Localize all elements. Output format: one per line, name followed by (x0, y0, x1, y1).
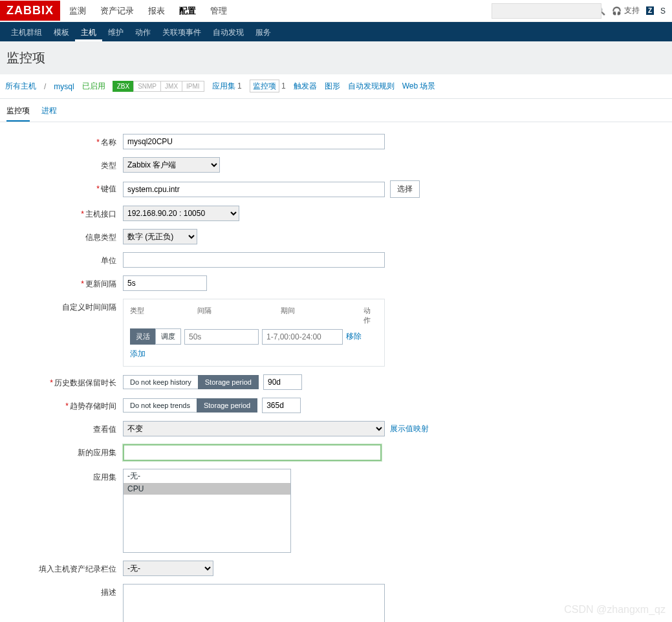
interval-add[interactable]: 添加 (130, 349, 146, 358)
int-h-action: 动作 (363, 306, 378, 325)
name-input[interactable] (123, 134, 385, 149)
availability-badges: ZBX SNMP JMX IPMI (113, 81, 204, 92)
units-input[interactable] (123, 252, 385, 268)
app-option-none[interactable]: -无- (124, 469, 290, 483)
page-title: 监控项 (0, 41, 672, 74)
interval-remove[interactable]: 移除 (346, 331, 362, 342)
inventory-select[interactable]: -无- (123, 561, 213, 576)
applications-listbox[interactable]: -无- CPU (123, 469, 291, 553)
label-show-value: 查看值 (93, 425, 116, 434)
menu-admin[interactable]: 管理 (209, 0, 228, 23)
items-count: 1 (281, 81, 286, 91)
nav-hosts[interactable]: 主机 (75, 22, 102, 41)
watermark: CSDN @zhangxm_qz (564, 604, 666, 616)
z-icon[interactable]: Z (646, 6, 654, 15)
label-history: 历史数据保留时长 (54, 378, 116, 387)
show-value-map-link[interactable]: 展示值映射 (390, 424, 429, 434)
apps-count: 1 (237, 81, 242, 91)
menu-monitor[interactable]: 监测 (68, 0, 87, 23)
int-h-period: 期间 (281, 306, 364, 325)
nav-hostgroups[interactable]: 主机群组 (5, 22, 48, 41)
tab-preprocessing[interactable]: 进程 (41, 102, 57, 122)
interval-delay-input[interactable] (184, 329, 259, 345)
app-option-cpu[interactable]: CPU (124, 483, 290, 495)
label-custom-interval: 自定义时间间隔 (62, 303, 116, 312)
history-value-input[interactable] (263, 374, 302, 390)
status-enabled: 已启用 (82, 81, 105, 92)
new-application-input[interactable] (123, 444, 382, 461)
nav-services[interactable]: 服务 (250, 22, 277, 41)
label-inventory: 填入主机资产纪录栏位 (39, 564, 116, 574)
link-items[interactable]: 监控项 (250, 80, 279, 92)
link-triggers[interactable]: 触发器 (294, 81, 317, 92)
link-discovery[interactable]: 自动发现规则 (348, 81, 395, 92)
update-interval-input[interactable] (123, 275, 207, 291)
trends-storage-period[interactable]: Storage period (197, 398, 257, 413)
label-name: 名称 (101, 138, 116, 147)
support-link[interactable]: 🎧 支持 (612, 5, 640, 16)
label-description: 描述 (101, 588, 116, 597)
link-applications[interactable]: 应用集 (212, 81, 235, 91)
link-graphs[interactable]: 图形 (325, 81, 340, 92)
menu-reports[interactable]: 报表 (147, 0, 166, 23)
logo: ZABBIX (0, 1, 60, 21)
label-info-type: 信息类型 (85, 233, 116, 242)
nav-discovery[interactable]: 自动发现 (207, 22, 250, 41)
host-interface-select[interactable]: 192.168.90.20 : 10050 (123, 206, 239, 221)
label-apps: 应用集 (93, 473, 116, 482)
label-new-app: 新的应用集 (78, 448, 116, 457)
breadcrumb-host[interactable]: mysql (54, 82, 74, 91)
z-label: S (660, 6, 666, 16)
tabs: 监控项 进程 (0, 99, 672, 122)
nav-actions[interactable]: 动作 (129, 22, 157, 41)
tab-item[interactable]: 监控项 (6, 102, 30, 122)
label-trends: 趋势存储时间 (70, 402, 116, 411)
label-update: 更新间隔 (85, 279, 116, 288)
label-host-interface: 主机接口 (85, 209, 116, 219)
int-h-type: 类型 (130, 306, 197, 325)
history-no-keep[interactable]: Do not keep history (123, 375, 199, 389)
avail-ipmi: IPMI (182, 81, 204, 92)
interval-period-input[interactable] (262, 329, 343, 345)
menu-config[interactable]: 配置 (178, 0, 197, 23)
show-value-select[interactable]: 不变 (123, 421, 385, 436)
search-input[interactable] (492, 3, 602, 19)
menu-inventory[interactable]: 资产记录 (99, 0, 135, 23)
avail-snmp: SNMP (133, 81, 161, 92)
seg-scheduling[interactable]: 调度 (155, 328, 181, 345)
key-input[interactable] (123, 182, 385, 197)
label-units: 单位 (101, 256, 116, 265)
nav-templates[interactable]: 模板 (48, 22, 75, 41)
sub-nav: 主机群组 模板 主机 维护 动作 关联项事件 自动发现 服务 (0, 22, 672, 41)
avail-jmx: JMX (160, 81, 182, 92)
trends-value-input[interactable] (262, 398, 301, 413)
label-key: 键值 (101, 184, 116, 193)
trends-no-keep[interactable]: Do not keep trends (123, 398, 197, 413)
select-key-button[interactable]: 选择 (390, 180, 420, 198)
history-storage-period[interactable]: Storage period (198, 375, 259, 389)
nav-correlation[interactable]: 关联项事件 (157, 22, 207, 41)
type-select[interactable]: Zabbix 客户端 (123, 157, 220, 173)
avail-zbx: ZBX (113, 81, 134, 92)
info-type-select[interactable]: 数字 (无正负) (123, 229, 197, 244)
description-textarea[interactable] (123, 584, 385, 622)
link-web[interactable]: Web 场景 (402, 81, 436, 92)
breadcrumb-all-hosts[interactable]: 所有主机 (5, 81, 36, 92)
label-type: 类型 (101, 161, 116, 170)
int-h-interval: 间隔 (197, 306, 281, 325)
filter-bar: 所有主机 / mysql 已启用 ZBX SNMP JMX IPMI 应用集 1… (0, 74, 672, 99)
top-menu: 监测 资产记录 报表 配置 管理 (68, 0, 228, 23)
seg-flexible[interactable]: 灵活 (130, 328, 156, 345)
nav-maintenance[interactable]: 维护 (102, 22, 129, 41)
